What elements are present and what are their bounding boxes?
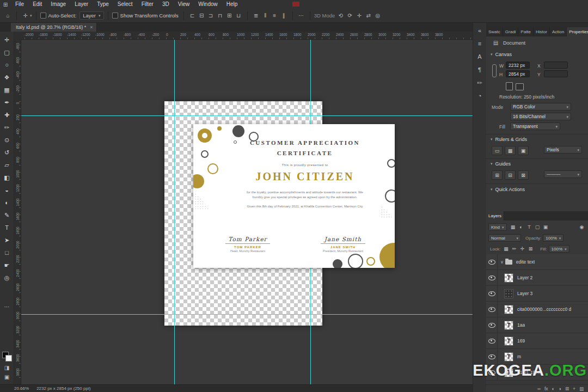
dodge-tool-icon[interactable]: ◐ <box>1 197 13 209</box>
edit-toolbar-icon[interactable]: ⋯ <box>4 304 10 310</box>
close-icon[interactable]: × <box>90 24 93 30</box>
landscape-orientation-icon[interactable] <box>516 83 524 90</box>
align-center-horizontal-icon[interactable]: ⊟ <box>198 13 206 19</box>
clone-stamp-tool-icon[interactable]: ⊙ <box>1 134 13 146</box>
link-dimensions-icon[interactable] <box>492 64 497 77</box>
eye-icon[interactable] <box>488 307 495 312</box>
notification-badge-icon[interactable] <box>292 2 299 7</box>
layer-name[interactable]: edite text <box>516 259 535 265</box>
new-guide-layout-icon[interactable]: ⊞ <box>492 170 503 180</box>
eye-icon[interactable] <box>488 260 495 265</box>
marquee-tool-icon[interactable]: ▢ <box>1 46 13 59</box>
text-layer-thumbnail[interactable]: T <box>504 336 513 346</box>
history-brush-tool-icon[interactable]: ↺ <box>1 146 13 159</box>
height-field[interactable]: 2854 px <box>506 70 530 77</box>
eye-icon[interactable] <box>488 291 495 296</box>
layer-row[interactable]: T169 <box>486 333 588 349</box>
eye-cell[interactable] <box>486 317 498 333</box>
layer-name[interactable]: Layer 2 <box>517 275 532 280</box>
color-swatches[interactable] <box>2 352 12 362</box>
eye-icon[interactable] <box>488 323 495 328</box>
layer-name[interactable]: Layer 3 <box>517 291 532 296</box>
move-tool-icon[interactable]: ✛ <box>21 13 29 19</box>
image-layer-thumbnail[interactable] <box>504 289 513 298</box>
paragraph-panel-icon[interactable]: ¶ <box>474 63 485 76</box>
opacity-select[interactable]: 100% ▾ <box>543 234 564 242</box>
brushes-panel-icon[interactable]: ✏ <box>474 76 485 89</box>
tab-layers[interactable]: Layers <box>486 211 504 220</box>
layers-fill-select[interactable]: 100% ▾ <box>549 245 569 253</box>
lasso-tool-icon[interactable]: ○ <box>1 59 13 71</box>
text-layer-thumbnail[interactable]: T <box>504 321 513 330</box>
adjustment-layer-icon[interactable]: ◑ <box>559 386 561 391</box>
brush-tool-icon[interactable]: ✏ <box>1 121 13 134</box>
auto-select-dropdown[interactable]: Layer ▾ <box>79 11 103 20</box>
toggle-grid-icon[interactable]: ▦ <box>505 146 516 155</box>
3d-orbit-icon[interactable]: ⟲ <box>336 13 345 19</box>
adjustments-panel-icon[interactable]: ≡ <box>474 37 485 50</box>
crop-tool-icon[interactable]: ▦ <box>1 84 13 96</box>
3d-roll-icon[interactable]: ⟳ <box>346 13 354 19</box>
guide-style-select[interactable]: ——— ▾ <box>544 170 582 178</box>
align-middle-icon[interactable]: ⊞ <box>225 13 234 19</box>
layer-effects-icon[interactable]: fx <box>544 386 548 391</box>
lock-guides-icon[interactable]: ⊟ <box>505 170 516 180</box>
show-transform-checkbox[interactable] <box>112 13 118 19</box>
vertical-ruler[interactable]: -800-600-400-200020040060080010001200140… <box>14 39 21 384</box>
guide-horizontal-2[interactable] <box>21 314 473 315</box>
history-panel-icon[interactable]: ◔ <box>474 89 485 102</box>
width-field[interactable]: 2232 px <box>506 62 530 69</box>
eye-icon[interactable] <box>488 354 495 359</box>
lock-transparency-icon[interactable]: ▦ <box>503 246 510 252</box>
certificate-image[interactable]: CUSTOMER APPRECIATION CERTIFICATE This i… <box>193 124 395 268</box>
new-layer-icon[interactable]: + <box>573 386 575 391</box>
type-tool-icon[interactable]: T <box>1 222 13 234</box>
3d-pan-icon[interactable]: ✛ <box>355 13 363 19</box>
path-selection-tool-icon[interactable]: ➤ <box>1 234 13 247</box>
auto-select-checkbox[interactable] <box>40 13 46 19</box>
blend-mode-select[interactable]: Normal ▾ <box>488 234 521 242</box>
character-panel-icon[interactable]: A <box>474 50 485 63</box>
menu-image[interactable]: Image <box>46 0 70 9</box>
layer-row[interactable]: ∨edite text <box>486 254 588 270</box>
eye-icon[interactable] <box>488 275 495 280</box>
healing-brush-tool-icon[interactable]: ✚ <box>1 109 13 121</box>
text-layer-thumbnail[interactable]: T <box>504 273 513 283</box>
filter-adjustment-layers-icon[interactable]: ◐ <box>518 224 525 230</box>
rulers-grids-section-header[interactable]: ▾ Rulers & Grids <box>491 137 527 142</box>
distribute-spacing-h-icon[interactable]: ∥ <box>280 13 288 19</box>
menu-filter[interactable]: Filter <box>137 0 158 9</box>
tab-properties[interactable]: Properties <box>567 27 588 36</box>
layer-mask-icon[interactable]: ◐ <box>552 386 555 391</box>
eye-icon[interactable] <box>488 339 495 344</box>
align-right-icon[interactable]: ⊐ <box>207 13 215 19</box>
link-layers-icon[interactable]: ∞ <box>537 386 541 391</box>
menu-view[interactable]: View <box>174 0 194 9</box>
delete-layer-icon[interactable]: ▥ <box>579 386 584 391</box>
menu-edit[interactable]: Edit <box>28 0 46 9</box>
document-info[interactable]: 2232 px x 2854 px (250 ppi) <box>36 386 90 391</box>
menu-3d[interactable]: 3D <box>158 0 174 9</box>
canvas-section-header[interactable]: ▾ Canvas <box>491 52 512 57</box>
layer-name[interactable]: m <box>517 354 521 359</box>
move-tool-icon[interactable]: ✛ <box>1 34 13 46</box>
quick-actions-section-header[interactable]: ▾ Quick Actions <box>491 187 525 192</box>
mode-select[interactable]: RGB Color ▾ <box>510 103 571 111</box>
layer-row[interactable]: T1aa <box>486 317 588 333</box>
guides-section-header[interactable]: ▾ Guides <box>491 161 511 167</box>
canvas-area[interactable]: CUSTOMER APPRECIATION CERTIFICATE This i… <box>21 39 473 384</box>
eye-cell[interactable] <box>486 254 498 270</box>
gradient-tool-icon[interactable]: ◧ <box>1 171 13 184</box>
pen-tool-icon[interactable]: ✎ <box>1 209 13 222</box>
lock-all-icon[interactable]: ⊠ <box>527 246 534 252</box>
filter-shape-layers-icon[interactable]: ▢ <box>534 224 541 230</box>
distribute-spacing-v-icon[interactable]: ≡ <box>271 13 279 19</box>
menu-file[interactable]: File <box>11 0 28 9</box>
document-tab[interactable]: Italy id.psd @ 20.7% (RGB/16) * × <box>11 23 97 32</box>
foreground-color-swatch[interactable] <box>5 355 12 362</box>
menu-select[interactable]: Select <box>113 0 137 9</box>
guide-vertical-1[interactable] <box>174 39 175 384</box>
tab-swatc[interactable]: Swatc <box>486 27 503 36</box>
eye-cell[interactable] <box>486 286 498 301</box>
bit-depth-select[interactable]: 16 Bits/Channel ▾ <box>510 113 571 120</box>
